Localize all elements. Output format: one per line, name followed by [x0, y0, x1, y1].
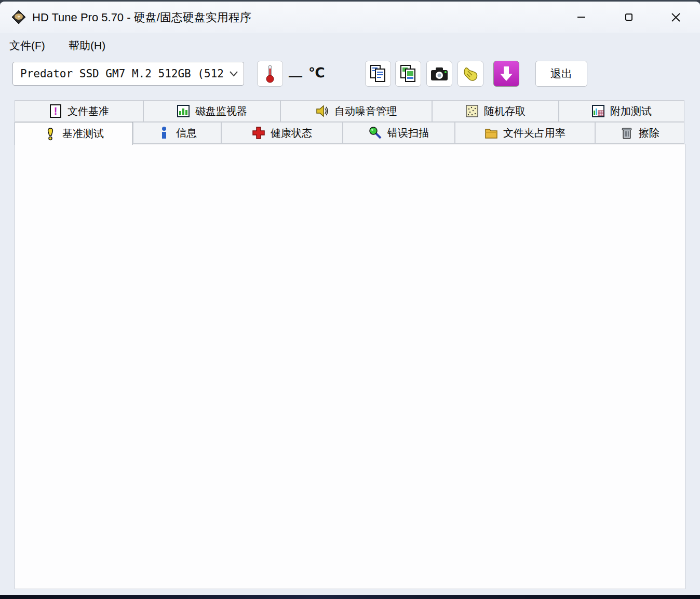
tab-file-benchmark[interactable]: ! 文件基准 — [15, 100, 143, 122]
benchmark-panel — [15, 144, 685, 589]
copy-image-button[interactable] — [395, 61, 421, 87]
scatter-icon — [465, 104, 479, 118]
folder-icon — [484, 126, 498, 140]
maximize-icon — [625, 13, 632, 21]
svg-text:!: ! — [54, 105, 58, 117]
close-icon — [671, 13, 680, 22]
tab-label: 文件夹占用率 — [503, 126, 566, 140]
tab-extra-tests[interactable]: 附加测试 — [559, 100, 684, 122]
window-title: HD Tune Pro 5.70 - 硬盘/固态硬盘实用程序 — [32, 10, 251, 25]
toolbar: Predator SSD GM7 M.2 512GB (512 g — ℃ — [0, 56, 700, 99]
chevron-down-icon — [229, 71, 238, 77]
exit-button[interactable]: 退出 — [535, 61, 587, 87]
menu-bar: 文件(F) 帮助(H) — [0, 33, 700, 56]
copy-text-button[interactable] — [365, 61, 391, 87]
speaker-icon — [316, 104, 329, 118]
drive-select-dropdown[interactable]: Predator SSD GM7 M.2 512GB (512 g — [12, 62, 244, 86]
drive-select-value: Predator SSD GM7 M.2 512GB (512 g — [20, 67, 229, 80]
tab-label: 磁盘监视器 — [195, 104, 247, 118]
title-bar: HD Tune Pro 5.70 - 硬盘/固态硬盘实用程序 — [0, 2, 700, 33]
tab-info[interactable]: 信息 — [133, 122, 221, 144]
magnifier-icon — [369, 126, 382, 140]
tab-disk-monitor[interactable]: 磁盘监视器 — [143, 100, 280, 122]
tab-error-scan[interactable]: 错误扫描 — [343, 122, 455, 144]
copy-text-icon — [369, 64, 387, 83]
disk-monitor-icon — [177, 104, 190, 118]
tab-label: 随机存取 — [484, 104, 526, 118]
exit-label: 退出 — [550, 66, 572, 81]
hand-button[interactable] — [457, 61, 483, 87]
app-window: HD Tune Pro 5.70 - 硬盘/固态硬盘实用程序 文件(F) 帮助(… — [0, 0, 700, 599]
copy-image-icon — [399, 64, 417, 83]
menu-file[interactable]: 文件(F) — [6, 36, 48, 55]
hdtune-logo-icon — [11, 10, 26, 24]
temperature-unit: ℃ — [308, 65, 325, 81]
trash-icon — [620, 126, 634, 140]
tab-label: 健康状态 — [271, 126, 312, 140]
tab-health[interactable]: 健康状态 — [221, 122, 343, 144]
download-button[interactable] — [493, 61, 519, 87]
minimize-button[interactable] — [569, 5, 593, 29]
tab-label: 文件基准 — [68, 104, 109, 118]
tab-label: 附加测试 — [610, 104, 652, 118]
screenshot-button[interactable] — [426, 61, 452, 87]
health-cross-icon — [252, 126, 265, 140]
minimize-icon — [577, 17, 585, 18]
maximize-button[interactable] — [617, 5, 641, 29]
hand-icon — [462, 65, 479, 83]
tab-erase[interactable]: 擦除 — [595, 122, 684, 144]
tab-label: 擦除 — [639, 126, 659, 140]
tab-label: 自动噪音管理 — [334, 104, 397, 118]
tab-label: 信息 — [176, 126, 197, 140]
tab-label: 基准测试 — [62, 127, 104, 141]
tab-random-access[interactable]: 随机存取 — [432, 100, 559, 122]
extra-tests-icon — [591, 104, 605, 118]
thermometer-icon — [264, 64, 276, 83]
doc-exclamation-icon: ! — [49, 104, 62, 118]
exclamation-icon — [44, 127, 57, 141]
tab-benchmark[interactable]: 基准测试 — [15, 122, 133, 145]
close-button[interactable] — [664, 5, 688, 29]
temperature-button[interactable] — [257, 61, 283, 87]
tab-label: 错误扫描 — [387, 126, 429, 140]
tab-auto-acoustic[interactable]: 自动噪音管理 — [280, 100, 432, 122]
menu-help[interactable]: 帮助(H) — [65, 36, 109, 55]
info-icon — [157, 126, 171, 140]
download-icon — [499, 65, 514, 82]
camera-icon — [430, 66, 449, 81]
temperature-value: — — [289, 68, 302, 84]
tab-folder-usage[interactable]: 文件夹占用率 — [455, 122, 595, 144]
bottom-edge — [0, 595, 700, 599]
